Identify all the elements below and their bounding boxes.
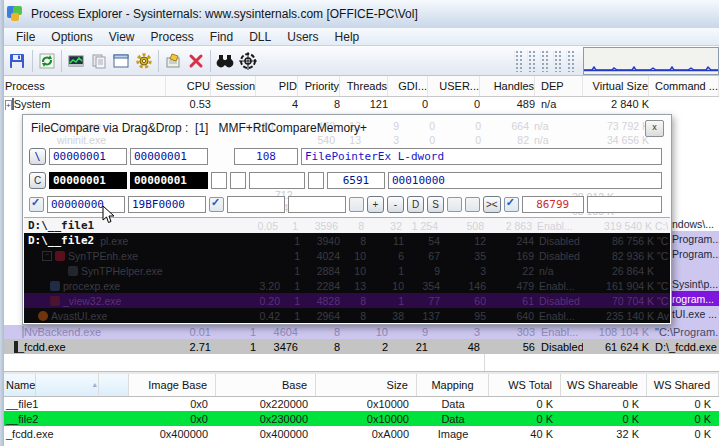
- diff-count-field[interactable]: 86799: [522, 196, 584, 213]
- expand-icon[interactable]: +: [5, 100, 12, 110]
- menu-dll[interactable]: DLL: [241, 28, 279, 46]
- system-information-icon[interactable]: [66, 49, 87, 73]
- mode-c-button[interactable]: C: [29, 172, 46, 189]
- process-icon: [22, 326, 24, 338]
- filecompare-dialog[interactable]: csrss.exe < 0.01 47213 90 0664 n/a73 792…: [22, 114, 672, 325]
- col-virtual-size[interactable]: Virtual Size: [583, 76, 649, 96]
- process-row-fragment[interactable]: Program...: [672, 231, 719, 246]
- file1-item[interactable]: D:\__file1 0.051 35968 321 254 5082 863 …: [24, 218, 670, 233]
- lower-table-header: Name▲ Image Base Base Size Mapping WS To…: [0, 374, 719, 397]
- offset-field-2b[interactable]: 00000001: [130, 172, 208, 189]
- properties-icon[interactable]: [163, 49, 184, 73]
- mapping-row-file1[interactable]: __file1 0x0 0x220000 0x10000 Data 0 K 0 …: [0, 396, 719, 411]
- small-field[interactable]: [211, 172, 227, 189]
- process-row-fragment-selected[interactable]: rogram...: [672, 291, 719, 306]
- mode-backslash-button[interactable]: \: [29, 148, 46, 165]
- minus-button[interactable]: -: [387, 196, 404, 213]
- value-field-00010000[interactable]: 00010000: [388, 172, 662, 189]
- process-icon: [50, 296, 60, 306]
- col-priority[interactable]: Priority: [298, 76, 340, 96]
- col-cpu[interactable]: CPU: [166, 76, 211, 96]
- value-field-108[interactable]: 108: [234, 148, 298, 165]
- offset-field-3b[interactable]: 19BF0000: [128, 196, 206, 213]
- binoculars-icon[interactable]: [215, 49, 236, 73]
- window-icon[interactable]: [111, 49, 132, 73]
- checkbox-checked[interactable]: ✓: [504, 197, 519, 212]
- process-icon: [38, 311, 48, 321]
- process-row-system[interactable]: +System 0.53 4 8 121 0 0 489 n/a 2 840 K: [0, 96, 719, 111]
- menu-options[interactable]: Options: [43, 28, 100, 46]
- menu-view[interactable]: View: [101, 28, 143, 46]
- menu-help[interactable]: Help: [327, 28, 368, 46]
- col-user[interactable]: USER...: [428, 76, 480, 96]
- s-button[interactable]: S: [427, 196, 444, 213]
- col-ws-total[interactable]: WS Total: [489, 374, 561, 396]
- col-size[interactable]: Size: [316, 374, 417, 396]
- col-ws-shared[interactable]: WS Shared: [647, 374, 719, 396]
- menu-find[interactable]: Find: [202, 28, 241, 46]
- checkbox-unchecked[interactable]: [465, 197, 480, 212]
- file2-item[interactable]: D:\__file2 pl.exe 13940 811 5412 244Disa…: [24, 233, 670, 248]
- kill-process-icon[interactable]: [186, 49, 207, 73]
- col-image-base[interactable]: Image Base: [129, 374, 216, 396]
- d-button[interactable]: D: [407, 196, 424, 213]
- empty-field[interactable]: [227, 196, 285, 213]
- process-row-fragment[interactable]: tUI.exe ...: [672, 306, 719, 321]
- col-dep[interactable]: DEP: [535, 76, 583, 96]
- empty-field[interactable]: [587, 196, 662, 213]
- col-name[interactable]: Name▲: [0, 374, 129, 396]
- swap-button[interactable]: ><: [483, 196, 501, 213]
- process-row-nvbackend[interactable]: NvBackend.exe 0.01 1 4604 8 10 9 3 303 E…: [0, 325, 719, 339]
- col-pid[interactable]: PID: [256, 76, 298, 96]
- col-process[interactable]: Process: [0, 76, 166, 96]
- close-icon[interactable]: x: [645, 120, 664, 137]
- window-titlebar[interactable]: Process Explorer - Sysinternals: www.sys…: [0, 0, 719, 29]
- checkbox-checked[interactable]: ✓: [209, 197, 224, 212]
- process-row-fragment[interactable]: Sysint\p...: [672, 276, 719, 291]
- empty-field[interactable]: [288, 196, 346, 213]
- empty-field[interactable]: [249, 172, 305, 189]
- process-row-fcdd-selected[interactable]: _fcdd.exe 2.71 1 3476 8 2 21 48 56 Disab…: [0, 339, 719, 354]
- col-mapping[interactable]: Mapping: [417, 374, 489, 396]
- toolbar-separator: [32, 50, 33, 72]
- value-field-6591[interactable]: 6591: [327, 172, 385, 189]
- col-command[interactable]: Command ...: [649, 76, 719, 96]
- save-icon[interactable]: [7, 49, 28, 73]
- compare-row-2: C 00000001 00000001 6591 00010000: [29, 171, 662, 190]
- col-session[interactable]: Session: [211, 76, 256, 96]
- mapping-row-fcdd[interactable]: _fcdd.exe 0x400000 0x400000 0xA000 Image…: [0, 426, 719, 441]
- cpu-history-graph[interactable]: [583, 47, 719, 75]
- process-icon: [68, 266, 78, 276]
- plus-button[interactable]: +: [367, 196, 384, 213]
- col-base[interactable]: Base: [216, 374, 316, 396]
- menu-file[interactable]: File: [8, 28, 43, 46]
- process-row-fragment[interactable]: ndows\...: [672, 216, 719, 231]
- toolbar-grips[interactable]: [514, 50, 579, 72]
- col-threads[interactable]: Threads: [340, 76, 388, 96]
- refresh-icon[interactable]: [36, 49, 57, 73]
- menu-users[interactable]: Users: [279, 28, 326, 46]
- menu-process[interactable]: Process: [143, 28, 202, 46]
- offset-field-1a[interactable]: 00000001: [49, 148, 127, 165]
- gear-icon[interactable]: [134, 49, 155, 73]
- mapping-row-file2-highlighted[interactable]: __file2 0x0 0x230000 0x10000 Data 0 K 0 …: [0, 411, 719, 426]
- checkbox-unchecked[interactable]: [447, 197, 462, 212]
- offset-field-2a[interactable]: 00000001: [49, 172, 127, 189]
- target-icon[interactable]: [238, 49, 259, 73]
- checkbox-unchecked[interactable]: [349, 197, 364, 212]
- copy-icon[interactable]: [88, 49, 109, 73]
- col-gdi[interactable]: GDI...: [388, 76, 428, 96]
- checkbox-checked[interactable]: ✓: [29, 197, 44, 212]
- process-row-fragment[interactable]: [672, 261, 719, 276]
- small-field[interactable]: [230, 172, 246, 189]
- small-field[interactable]: [308, 172, 324, 189]
- dialog-dark-list-area: D:\__file2 pl.exe 13940 811 5412 244Disa…: [24, 233, 670, 323]
- ghost-row-view32-selected[interactable]: _view32.exe 0.201 48288 177 6061 Disable…: [24, 293, 670, 308]
- offset-field-1b[interactable]: 00000001: [130, 148, 208, 165]
- process-icon: [55, 251, 65, 261]
- process-row-fragment[interactable]: Program...: [672, 246, 719, 261]
- col-ws-shareable[interactable]: WS Shareable: [561, 374, 647, 396]
- ghost-row-procexp: procexp.exe 3.201 228413 10354 146479 En…: [24, 278, 670, 293]
- col-handles[interactable]: Handles: [480, 76, 535, 96]
- function-field[interactable]: FilePointerEx L-dword: [301, 148, 662, 165]
